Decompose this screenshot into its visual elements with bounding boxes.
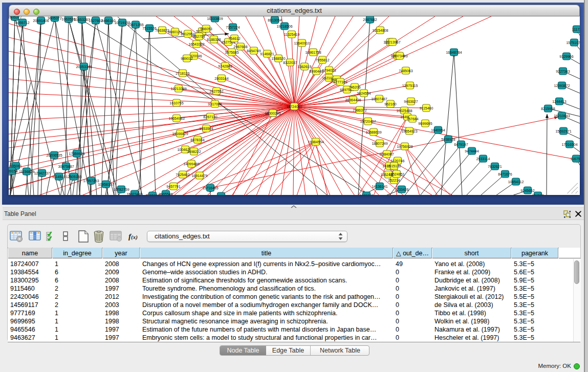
svg-text:8660124: 8660124	[168, 30, 182, 34]
svg-text:9794028: 9794028	[322, 69, 336, 72]
svg-text:13640910: 13640910	[294, 41, 310, 45]
svg-text:9115460: 9115460	[420, 106, 433, 110]
svg-text:2087682: 2087682	[363, 18, 377, 21]
svg-text:8267130: 8267130	[203, 115, 217, 119]
svg-text:1353594: 1353594	[199, 127, 213, 130]
svg-text:16914479: 16914479	[191, 174, 207, 178]
svg-text:10607487: 10607487	[371, 97, 387, 101]
svg-text:9699695: 9699695	[418, 122, 432, 125]
svg-text:15720407: 15720407	[360, 120, 376, 123]
svg-text:11156829: 11156829	[19, 170, 34, 173]
svg-text:9463627: 9463627	[145, 194, 159, 195]
svg-text:14099489: 14099489	[183, 162, 199, 166]
svg-text:9605372: 9605372	[48, 16, 61, 20]
svg-text:3675685: 3675685	[225, 51, 238, 54]
svg-text:746206: 746206	[349, 85, 360, 89]
svg-text:11325419: 11325419	[284, 33, 300, 36]
svg-text:7986372: 7986372	[353, 108, 366, 112]
svg-text:7357224: 7357224	[226, 26, 239, 29]
svg-text:252214: 252214	[388, 179, 400, 182]
svg-text:757684: 757684	[406, 117, 418, 121]
svg-text:7955812: 7955812	[315, 58, 329, 62]
svg-text:10671355: 10671355	[127, 23, 143, 27]
svg-text:19756928: 19756928	[397, 145, 412, 148]
svg-text:20691406: 20691406	[33, 19, 49, 23]
svg-text:3498222: 3498222	[187, 150, 201, 154]
svg-text:1615132: 1615132	[387, 164, 401, 168]
svg-text:16648784: 16648784	[446, 51, 462, 54]
svg-text:1605377: 1605377	[9, 16, 22, 19]
svg-text:924563: 924563	[532, 194, 543, 195]
svg-text:12213389: 12213389	[170, 87, 186, 91]
svg-text:19166829: 19166829	[172, 132, 188, 136]
svg-text:16154808: 16154808	[372, 29, 388, 32]
svg-text:13524851: 13524851	[388, 172, 404, 176]
svg-text:1733426: 1733426	[395, 188, 408, 191]
svg-text:9242848: 9242848	[218, 64, 232, 68]
svg-text:18724007: 18724007	[286, 105, 302, 108]
svg-text:17359924: 17359924	[69, 152, 84, 156]
svg-text:10973493: 10973493	[391, 54, 407, 58]
svg-text:18807249: 18807249	[372, 142, 387, 145]
svg-text:2718126: 2718126	[176, 72, 189, 75]
svg-text:16782759: 16782759	[113, 188, 129, 191]
svg-text:5938928: 5938928	[441, 138, 455, 141]
svg-text:15751074: 15751074	[566, 41, 580, 45]
svg-text:8878334: 8878334	[190, 138, 204, 142]
svg-text:1244413: 1244413	[552, 100, 566, 103]
svg-text:10688639: 10688639	[365, 130, 381, 134]
svg-text:754612: 754612	[228, 37, 240, 40]
svg-text:19384554: 19384554	[308, 140, 323, 144]
svg-text:6479197: 6479197	[454, 143, 468, 146]
svg-text:9084067: 9084067	[380, 152, 394, 156]
svg-text:8454749: 8454749	[247, 49, 260, 53]
svg-text:8186328: 8186328	[207, 38, 221, 41]
svg-text:20364436: 20364436	[345, 98, 361, 102]
svg-text:9457791: 9457791	[166, 185, 180, 188]
svg-text:9463627: 9463627	[404, 100, 418, 103]
svg-text:9146821: 9146821	[260, 52, 274, 56]
svg-text:7625402: 7625402	[176, 173, 189, 177]
svg-text:8990448: 8990448	[309, 70, 323, 73]
svg-text:12342737: 12342737	[34, 171, 50, 175]
svg-text:852754: 852754	[193, 35, 205, 38]
svg-text:15716485: 15716485	[202, 186, 218, 190]
svg-text:18300295: 18300295	[265, 112, 280, 115]
svg-text:19218506: 19218506	[276, 25, 292, 28]
svg-text:19654923: 19654923	[401, 129, 417, 133]
svg-text:8813054: 8813054	[268, 18, 281, 22]
svg-text:12093872: 12093872	[554, 84, 570, 87]
svg-text:1610755: 1610755	[169, 101, 183, 105]
svg-text:f(x): f(x)	[128, 232, 138, 240]
svg-text:10654112: 10654112	[508, 180, 524, 184]
svg-text:12505155: 12505155	[66, 175, 81, 179]
svg-text:16210643: 16210643	[554, 114, 570, 118]
svg-text:19654983: 19654983	[168, 117, 184, 120]
svg-text:962160: 962160	[384, 102, 396, 106]
svg-text:12213967: 12213967	[384, 40, 400, 44]
svg-text:939154: 939154	[9, 169, 18, 173]
svg-text:10958107: 10958107	[98, 183, 114, 186]
svg-text:8471676: 8471676	[498, 172, 512, 176]
svg-text:7485063: 7485063	[399, 69, 412, 73]
svg-text:2967608: 2967608	[233, 45, 247, 49]
svg-text:4055712: 4055712	[15, 21, 29, 25]
svg-text:20053346: 20053346	[76, 65, 92, 69]
svg-text:989012: 989012	[181, 57, 192, 60]
svg-text:7515526: 7515526	[142, 27, 156, 30]
svg-text:7632621: 7632621	[488, 165, 502, 168]
svg-text:9317006: 9317006	[208, 102, 222, 106]
svg-text:9777169: 9777169	[214, 194, 228, 195]
svg-text:10653287: 10653287	[74, 18, 90, 21]
svg-text:16961758: 16961758	[305, 51, 321, 54]
svg-text:8215958: 8215958	[541, 107, 555, 111]
svg-text:16033809: 16033809	[207, 17, 223, 20]
svg-text:9465546: 9465546	[159, 192, 172, 195]
svg-text:17957253: 17957253	[83, 179, 99, 183]
svg-text:11172: 11172	[572, 28, 580, 31]
svg-text:1588520: 1588520	[271, 57, 285, 60]
svg-text:9329966: 9329966	[559, 55, 573, 58]
svg-text:14136141: 14136141	[372, 185, 387, 188]
svg-text:9777169: 9777169	[333, 80, 347, 84]
svg-text:2933114: 2933114	[476, 157, 490, 161]
